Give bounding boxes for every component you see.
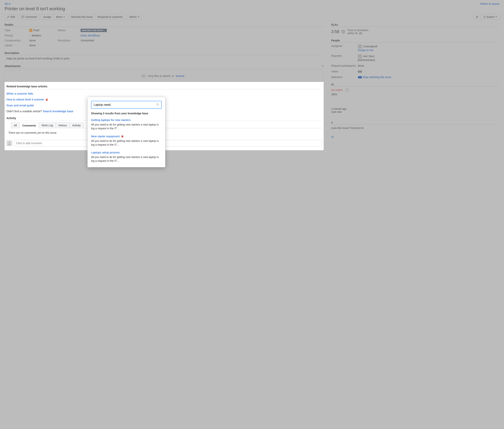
assign-to-me-link[interactable]: Assign to me — [358, 49, 373, 52]
more-label: More — [56, 15, 62, 18]
result-link[interactable]: New starter equipment — [91, 135, 120, 138]
type-label: Type: — [5, 29, 29, 32]
svg-line-9 — [158, 105, 159, 106]
sla-within: within 4h — [347, 32, 368, 35]
votes-label: Votes: — [331, 70, 358, 73]
edit-button[interactable]: Edit — [5, 14, 18, 20]
speech-bubble-icon — [21, 16, 24, 18]
export-label: Export — [487, 15, 494, 18]
svg-rect-12 — [121, 136, 123, 137]
results-heading: Showing 3 results from your knowledge ba… — [91, 112, 162, 115]
issue-toolbar: Edit Comment Assign More Resolve this is… — [5, 14, 499, 20]
cloud-upload-icon — [141, 74, 146, 78]
fault-type-icon: ⚒ — [29, 29, 32, 32]
kb-article-link[interactable]: How to reboot level 4 scanner — [7, 98, 44, 101]
admin-label: Admin — [129, 15, 137, 18]
jira-text: JIRA — [331, 93, 499, 96]
labels-value: None — [29, 44, 58, 47]
chevron-down-icon — [495, 17, 497, 18]
clock-icon — [342, 30, 345, 34]
votes-badge: 0 — [358, 70, 362, 73]
result-link[interactable]: Laptops setup process — [91, 151, 120, 154]
tab-history[interactable]: History — [56, 123, 70, 128]
avatar-icon — [358, 54, 362, 59]
components-value: None — [29, 39, 58, 42]
chevron-down-icon — [138, 17, 139, 18]
labels-label: Labels: — [5, 44, 29, 47]
reporter-label: Reporter: — [331, 54, 358, 57]
edit-label: Edit — [10, 15, 15, 18]
tab-worklog[interactable]: Work Log — [39, 123, 56, 128]
status-label: Status: — [58, 29, 81, 32]
svg-line-11 — [158, 104, 159, 104]
search-result: Getting laptops for new starters All you… — [91, 118, 162, 131]
resolution-value: Unresolved — [81, 39, 324, 42]
activity-tabs: All Comments Work Log History Activity — [11, 123, 322, 128]
lock-icon — [46, 98, 48, 101]
tab-activity[interactable]: Activity — [70, 123, 83, 128]
partial-link-ss[interactable]: ss — [331, 135, 334, 138]
tab-comments[interactable]: Comments — [20, 123, 39, 128]
lock-icon — [121, 135, 124, 138]
resolve-button[interactable]: Resolve this issue — [69, 14, 95, 20]
export-button[interactable]: Export — [481, 14, 499, 20]
result-snippet: All you need to do for getting new start… — [91, 123, 162, 131]
stop-watching-link[interactable]: Stop watching this issue — [363, 76, 391, 79]
partial-heading-s: s — [331, 121, 499, 125]
request-heading-partial: st — [331, 83, 499, 87]
status-value: WAITING FOR SUPP… — [81, 29, 324, 32]
export-icon — [483, 16, 486, 18]
attachment-dropzone[interactable]: Drop files to attach, or browse. — [5, 70, 324, 82]
search-kb-link[interactable]: Search knowledge base — [43, 110, 73, 113]
kb-article-link[interactable]: Scan and email guide — [7, 104, 34, 107]
search-result: Laptops setup process All you need to do… — [91, 151, 162, 163]
search-result: New starter equipment All you need to do… — [91, 135, 162, 147]
issue-title: Printer on level 8 isn't working — [5, 6, 499, 11]
components-label: Component/s: — [5, 39, 29, 42]
respond-button[interactable]: Respond to customer — [95, 14, 125, 20]
resolution-label: Resolution: — [58, 39, 81, 42]
result-snippet: All you need to do for getting new start… — [91, 155, 162, 163]
assignee-label: Assignee: — [331, 44, 358, 47]
assign-button[interactable]: Assign — [41, 14, 54, 20]
kb-search-input[interactable] — [91, 101, 162, 109]
issue-key-link[interactable]: SD-4 — [5, 2, 11, 5]
chevron-down-icon — [63, 17, 65, 18]
pencil-icon — [7, 16, 9, 18]
dropzone-text: Drop files to attach, or — [148, 74, 174, 78]
reporter-role: [Administrator] — [358, 59, 499, 61]
kb-heading: Related knowledge base articles — [7, 85, 322, 89]
return-to-queue-link[interactable]: Return to queue — [480, 2, 499, 5]
share-icon — [476, 16, 478, 18]
share-button[interactable] — [473, 14, 481, 20]
calendar-icon — [359, 32, 362, 35]
sla-time: 3:58 — [331, 29, 339, 34]
comment-label: Comment — [25, 15, 37, 18]
type-value: ⚒Fault — [29, 29, 58, 32]
svg-rect-3 — [360, 33, 362, 34]
status-lozenge: WAITING FOR SUPP… — [81, 29, 107, 32]
user-avatar-icon — [7, 140, 12, 146]
description-heading: Description — [5, 52, 324, 55]
sla-label: Time to resolution — [347, 29, 368, 32]
result-link[interactable]: Getting laptops for new starters — [91, 118, 131, 122]
browse-link[interactable]: browse — [176, 74, 184, 78]
more-button[interactable]: More — [54, 14, 67, 20]
comment-button[interactable]: Comment — [19, 14, 39, 20]
time-ago-1: 1 minute ago — [331, 107, 499, 110]
view-workflow-link[interactable]: View Workflow — [81, 34, 99, 37]
kb-search-popover: Showing 3 results from your knowledge ba… — [87, 97, 165, 167]
svg-point-1 — [9, 142, 10, 143]
tab-all[interactable]: All — [11, 123, 20, 128]
svg-line-8 — [157, 104, 157, 104]
participants-value: None — [358, 64, 499, 67]
help-icon[interactable]: ? — [345, 88, 349, 92]
priority-value: ↑Medium — [29, 34, 58, 37]
add-comment-input[interactable] — [14, 140, 322, 146]
loading-spinner-icon — [156, 103, 159, 106]
admin-button[interactable]: Admin — [127, 14, 142, 20]
priority-medium-icon: ↑ — [29, 34, 31, 37]
attachments-heading[interactable]: Attachments — [5, 65, 324, 68]
kb-article-link[interactable]: When a scanner fails — [7, 92, 33, 95]
assignee-value: Unassigned — [358, 44, 499, 49]
